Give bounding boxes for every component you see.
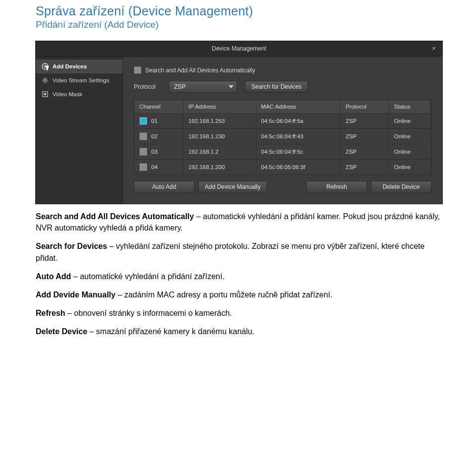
protocol-label: Protocol [134, 83, 161, 90]
table-row[interactable]: 03 192.168.1.2 04:5c:06:04:ff:5c ZSP Onl… [134, 144, 431, 159]
auto-search-row: Search and Add All Devices Automatically [134, 66, 431, 74]
cell-mac: 04:5c:06:05:06:3f [256, 159, 341, 175]
definition: – zadáním MAC adresy a portu můžete ručn… [116, 291, 333, 299]
term: Add Devide Manually [36, 291, 116, 299]
sidebar-item-video-mask[interactable]: Video Mask [36, 87, 122, 101]
page-subtitle: Přidání zařízení (Add Device) [36, 19, 440, 30]
paragraph-search-for-devices: Search for Devices – vyhledání zařízení … [36, 240, 440, 263]
cell-channel: 02 [151, 133, 158, 139]
paragraph-delete-device: Delete Device – smazání přiřazené kamery… [36, 326, 440, 337]
auto-search-label: Search and Add All Devices Automatically [145, 67, 255, 74]
cell-protocol: ZSP [341, 113, 389, 128]
protocol-select[interactable]: ZSP [169, 81, 237, 93]
cell-protocol: ZSP [341, 128, 389, 144]
table-header-row: Channel IP Address MAC Address Protocol … [134, 100, 431, 113]
refresh-button[interactable]: Refresh [306, 181, 367, 193]
add-device-manually-button[interactable]: Add Device Manually [198, 181, 267, 193]
col-status: Status [389, 100, 431, 113]
term: Search for Devices [36, 242, 107, 250]
device-management-screenshot: Device Management × Add Devices Video St… [36, 41, 442, 204]
close-icon[interactable]: × [429, 44, 438, 53]
window-title: Device Management [212, 45, 266, 52]
window-titlebar: Device Management × [36, 41, 442, 57]
svg-point-1 [44, 79, 46, 81]
table-row[interactable]: 01 192.168.1.253 04:5c:06:04:ff:5a ZSP O… [134, 113, 431, 128]
cell-mac: 04:5c:06:04:ff:5a [256, 113, 341, 128]
svg-point-0 [42, 63, 48, 69]
auto-search-checkbox[interactable] [134, 66, 141, 74]
cell-status: Online [389, 128, 431, 144]
col-protocol: Protocol [341, 100, 389, 113]
search-for-devices-button[interactable]: Search for Devices [245, 81, 308, 93]
table-row[interactable]: 02 192.168.1.230 04:5c:06:04:ff:43 ZSP O… [134, 128, 431, 144]
cell-mac: 04:5c:06:04:ff:5c [256, 144, 341, 159]
sidebar: Add Devices Video Stream Settings Video … [36, 57, 123, 204]
page-title: Správa zařízení (Device Management) [36, 4, 440, 18]
delete-device-button[interactable]: Delete Device [371, 181, 431, 193]
cell-status: Online [389, 113, 431, 128]
cell-protocol: ZSP [341, 159, 389, 175]
cell-channel: 03 [151, 149, 158, 155]
term: Auto Add [36, 272, 71, 281]
chevron-down-icon [229, 85, 234, 88]
plus-circle-icon [42, 63, 49, 70]
sidebar-item-video-stream-settings[interactable]: Video Stream Settings [36, 73, 122, 87]
sidebar-item-label: Add Devices [53, 63, 87, 69]
cell-status: Online [389, 144, 431, 159]
table-row[interactable]: 04 192.168.1.200 04:5c:06:05:06:3f ZSP O… [134, 159, 431, 175]
cell-protocol: ZSP [341, 144, 389, 159]
row-checkbox[interactable] [139, 132, 147, 140]
paragraph-refresh: Refresh – obnovení stránky s informacemi… [36, 307, 440, 319]
cell-status: Online [389, 159, 431, 175]
term: Refresh [36, 309, 65, 317]
main-panel: Search and Add All Devices Automatically… [123, 57, 442, 204]
paragraph-search-add-all: Search and Add All Devices Automatically… [36, 211, 440, 234]
paragraph-auto-add: Auto Add – automatické vyhledání a přidá… [36, 271, 440, 282]
cell-ip: 192.168.1.2 [183, 144, 256, 159]
row-checkbox[interactable] [139, 163, 147, 171]
term: Delete Device [36, 327, 87, 336]
sidebar-item-add-devices[interactable]: Add Devices [36, 59, 122, 73]
cell-ip: 192.168.1.200 [183, 159, 256, 175]
col-ip: IP Address [183, 100, 256, 113]
devices-table: Channel IP Address MAC Address Protocol … [134, 100, 431, 175]
protocol-value: ZSP [174, 83, 185, 90]
cell-channel: 04 [151, 164, 158, 170]
gear-icon [42, 77, 49, 84]
cell-channel: 01 [151, 118, 158, 124]
term: Search and Add All Devices Automatically [36, 212, 194, 221]
definition: – automatické vyhledání a přidání zaříze… [71, 272, 225, 281]
col-mac: MAC Address [256, 100, 341, 113]
definition: – obnovení stránky s informacemi o kamer… [65, 309, 232, 317]
definition: – smazání přiřazené kamery k danému kaná… [87, 327, 254, 336]
svg-rect-3 [44, 93, 46, 95]
col-channel: Channel [134, 100, 183, 113]
cell-mac: 04:5c:06:04:ff:43 [256, 128, 341, 144]
square-icon [42, 91, 49, 98]
sidebar-item-label: Video Stream Settings [53, 77, 109, 83]
cell-ip: 192.168.1.253 [183, 113, 256, 128]
row-checkbox[interactable] [139, 148, 147, 156]
sidebar-item-label: Video Mask [53, 91, 82, 97]
cell-ip: 192.168.1.230 [183, 128, 256, 144]
row-checkbox[interactable] [139, 117, 147, 125]
paragraph-add-manually: Add Devide Manually – zadáním MAC adresy… [36, 289, 440, 300]
auto-add-button[interactable]: Auto Add [134, 181, 194, 193]
